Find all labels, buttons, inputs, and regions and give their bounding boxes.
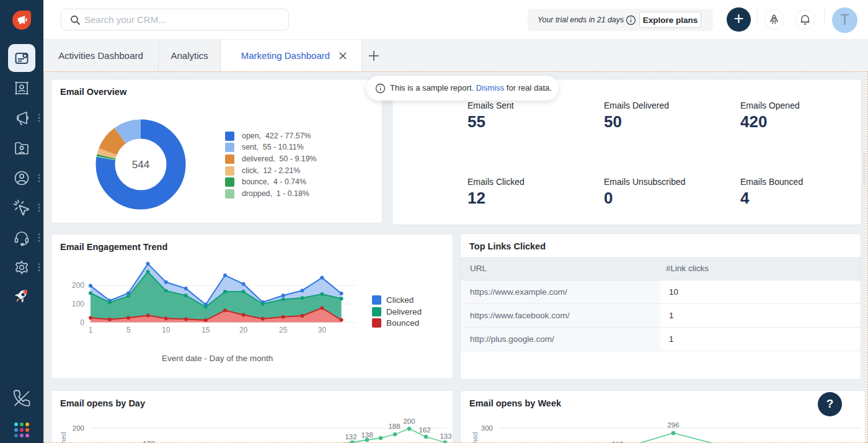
svg-text:133: 133 <box>440 432 451 440</box>
svg-text:200: 200 <box>73 424 84 432</box>
svg-text:1: 1 <box>89 326 93 334</box>
svg-text:300: 300 <box>481 424 493 432</box>
svg-text:138: 138 <box>361 431 373 439</box>
svg-text:25: 25 <box>279 326 288 334</box>
svg-text:30: 30 <box>318 326 327 334</box>
svg-text:100: 100 <box>72 300 84 308</box>
svg-text:200: 200 <box>403 418 415 425</box>
svg-text:5: 5 <box>126 326 131 334</box>
svg-text:Emails opened: Emails opened <box>471 432 479 443</box>
svg-text:132: 132 <box>345 433 356 441</box>
svg-text:0: 0 <box>80 318 84 327</box>
svg-text:544: 544 <box>132 159 149 171</box>
svg-text:296: 296 <box>667 421 679 429</box>
svg-text:15: 15 <box>202 326 210 334</box>
svg-text:20: 20 <box>239 326 248 334</box>
svg-text:188: 188 <box>388 423 400 430</box>
svg-text:Emails opened: Emails opened <box>60 432 67 443</box>
svg-text:200: 200 <box>72 281 84 290</box>
svg-text:162: 162 <box>418 426 430 434</box>
svg-text:10: 10 <box>162 326 170 334</box>
